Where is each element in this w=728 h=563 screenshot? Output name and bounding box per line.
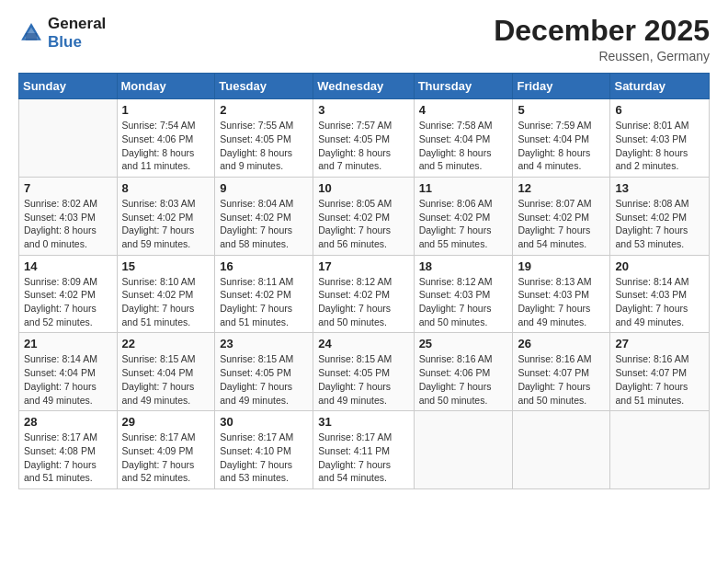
day-cell bbox=[19, 99, 118, 178]
day-cell: 18Sunrise: 8:12 AMSunset: 4:03 PMDayligh… bbox=[414, 255, 513, 333]
calendar-table: SundayMondayTuesdayWednesdayThursdayFrid… bbox=[18, 73, 710, 489]
day-info: Sunrise: 7:58 AMSunset: 4:04 PMDaylight:… bbox=[419, 119, 508, 173]
day-info: Sunrise: 8:13 AMSunset: 4:03 PMDaylight:… bbox=[518, 275, 605, 329]
day-number: 1 bbox=[122, 103, 210, 117]
day-info: Sunrise: 8:16 AMSunset: 4:07 PMDaylight:… bbox=[615, 352, 704, 407]
day-number: 6 bbox=[615, 103, 704, 117]
day-cell: 23Sunrise: 8:15 AMSunset: 4:05 PMDayligh… bbox=[215, 333, 313, 411]
weekday-header-friday: Friday bbox=[513, 74, 610, 99]
day-info: Sunrise: 8:15 AMSunset: 4:05 PMDaylight:… bbox=[220, 352, 308, 407]
location-subtitle: Reussen, Germany bbox=[494, 49, 710, 63]
day-info: Sunrise: 7:55 AMSunset: 4:05 PMDaylight:… bbox=[220, 119, 308, 173]
day-info: Sunrise: 8:16 AMSunset: 4:07 PMDaylight:… bbox=[518, 352, 605, 407]
day-number: 25 bbox=[419, 337, 508, 350]
day-number: 18 bbox=[419, 259, 508, 273]
day-cell: 22Sunrise: 8:15 AMSunset: 4:04 PMDayligh… bbox=[117, 333, 215, 411]
week-row-3: 14Sunrise: 8:09 AMSunset: 4:02 PMDayligh… bbox=[19, 255, 710, 333]
day-cell: 17Sunrise: 8:12 AMSunset: 4:02 PMDayligh… bbox=[313, 255, 414, 333]
day-cell: 16Sunrise: 8:11 AMSunset: 4:02 PMDayligh… bbox=[215, 255, 313, 333]
day-number: 12 bbox=[518, 181, 605, 195]
day-number: 20 bbox=[615, 259, 704, 273]
day-number: 22 bbox=[122, 337, 210, 350]
logo-text: General Blue bbox=[48, 15, 106, 51]
day-cell bbox=[610, 411, 710, 489]
day-cell: 19Sunrise: 8:13 AMSunset: 4:03 PMDayligh… bbox=[513, 255, 610, 333]
day-number: 2 bbox=[220, 103, 308, 117]
month-title: December 2025 bbox=[494, 15, 710, 47]
day-info: Sunrise: 8:16 AMSunset: 4:06 PMDaylight:… bbox=[419, 352, 508, 407]
day-info: Sunrise: 8:14 AMSunset: 4:03 PMDaylight:… bbox=[615, 275, 704, 329]
weekday-header-tuesday: Tuesday bbox=[215, 74, 313, 99]
day-cell: 3Sunrise: 7:57 AMSunset: 4:05 PMDaylight… bbox=[313, 99, 414, 178]
day-cell: 24Sunrise: 8:15 AMSunset: 4:05 PMDayligh… bbox=[313, 333, 414, 411]
weekday-header-row: SundayMondayTuesdayWednesdayThursdayFrid… bbox=[19, 74, 710, 99]
day-cell: 12Sunrise: 8:07 AMSunset: 4:02 PMDayligh… bbox=[513, 177, 610, 255]
day-cell bbox=[513, 411, 610, 489]
svg-rect-2 bbox=[26, 33, 37, 40]
week-row-1: 1Sunrise: 7:54 AMSunset: 4:06 PMDaylight… bbox=[19, 99, 710, 178]
day-number: 11 bbox=[419, 181, 508, 195]
day-number: 14 bbox=[24, 259, 112, 273]
day-info: Sunrise: 8:02 AMSunset: 4:03 PMDaylight:… bbox=[24, 197, 112, 251]
day-cell: 7Sunrise: 8:02 AMSunset: 4:03 PMDaylight… bbox=[19, 177, 118, 255]
day-number: 28 bbox=[24, 415, 112, 429]
day-number: 19 bbox=[518, 259, 605, 273]
day-number: 4 bbox=[419, 103, 508, 117]
day-number: 30 bbox=[220, 415, 308, 429]
day-cell: 5Sunrise: 7:59 AMSunset: 4:04 PMDaylight… bbox=[513, 99, 610, 178]
day-info: Sunrise: 8:09 AMSunset: 4:02 PMDaylight:… bbox=[24, 275, 112, 329]
day-info: Sunrise: 8:12 AMSunset: 4:02 PMDaylight:… bbox=[318, 275, 408, 329]
logo-icon bbox=[18, 20, 44, 46]
day-number: 26 bbox=[518, 337, 605, 350]
day-number: 9 bbox=[220, 181, 308, 195]
day-info: Sunrise: 7:59 AMSunset: 4:04 PMDaylight:… bbox=[518, 119, 605, 173]
day-cell: 9Sunrise: 8:04 AMSunset: 4:02 PMDaylight… bbox=[215, 177, 313, 255]
day-info: Sunrise: 8:11 AMSunset: 4:02 PMDaylight:… bbox=[220, 275, 308, 329]
day-info: Sunrise: 7:57 AMSunset: 4:05 PMDaylight:… bbox=[318, 119, 408, 173]
day-info: Sunrise: 8:05 AMSunset: 4:02 PMDaylight:… bbox=[318, 197, 408, 251]
day-cell: 10Sunrise: 8:05 AMSunset: 4:02 PMDayligh… bbox=[313, 177, 414, 255]
day-number: 7 bbox=[24, 181, 112, 195]
day-info: Sunrise: 8:06 AMSunset: 4:02 PMDaylight:… bbox=[419, 197, 508, 251]
day-cell: 29Sunrise: 8:17 AMSunset: 4:09 PMDayligh… bbox=[117, 411, 215, 489]
day-number: 17 bbox=[318, 259, 408, 273]
day-number: 10 bbox=[318, 181, 408, 195]
day-info: Sunrise: 8:17 AMSunset: 4:11 PMDaylight:… bbox=[318, 431, 408, 485]
day-cell: 26Sunrise: 8:16 AMSunset: 4:07 PMDayligh… bbox=[513, 333, 610, 411]
weekday-header-sunday: Sunday bbox=[19, 74, 118, 99]
page: General Blue December 2025 Reussen, Germ… bbox=[0, 0, 728, 563]
day-info: Sunrise: 8:17 AMSunset: 4:10 PMDaylight:… bbox=[220, 431, 308, 485]
day-info: Sunrise: 8:15 AMSunset: 4:05 PMDaylight:… bbox=[318, 352, 408, 407]
day-number: 3 bbox=[318, 103, 408, 117]
week-row-5: 28Sunrise: 8:17 AMSunset: 4:08 PMDayligh… bbox=[19, 411, 710, 489]
day-number: 13 bbox=[615, 181, 704, 195]
day-cell: 11Sunrise: 8:06 AMSunset: 4:02 PMDayligh… bbox=[414, 177, 513, 255]
day-info: Sunrise: 8:08 AMSunset: 4:02 PMDaylight:… bbox=[615, 197, 704, 251]
day-info: Sunrise: 8:17 AMSunset: 4:08 PMDaylight:… bbox=[24, 431, 112, 485]
day-cell: 6Sunrise: 8:01 AMSunset: 4:03 PMDaylight… bbox=[610, 99, 710, 178]
day-info: Sunrise: 8:04 AMSunset: 4:02 PMDaylight:… bbox=[220, 197, 308, 251]
day-cell: 13Sunrise: 8:08 AMSunset: 4:02 PMDayligh… bbox=[610, 177, 710, 255]
day-number: 23 bbox=[220, 337, 308, 350]
day-info: Sunrise: 8:10 AMSunset: 4:02 PMDaylight:… bbox=[122, 275, 210, 329]
day-cell: 25Sunrise: 8:16 AMSunset: 4:06 PMDayligh… bbox=[414, 333, 513, 411]
week-row-4: 21Sunrise: 8:14 AMSunset: 4:04 PMDayligh… bbox=[19, 333, 710, 411]
day-info: Sunrise: 8:03 AMSunset: 4:02 PMDaylight:… bbox=[122, 197, 210, 251]
day-cell: 14Sunrise: 8:09 AMSunset: 4:02 PMDayligh… bbox=[19, 255, 118, 333]
day-info: Sunrise: 8:07 AMSunset: 4:02 PMDaylight:… bbox=[518, 197, 605, 251]
day-number: 8 bbox=[122, 181, 210, 195]
day-cell bbox=[414, 411, 513, 489]
day-number: 24 bbox=[318, 337, 408, 350]
day-number: 31 bbox=[318, 415, 408, 429]
day-cell: 20Sunrise: 8:14 AMSunset: 4:03 PMDayligh… bbox=[610, 255, 710, 333]
day-cell: 1Sunrise: 7:54 AMSunset: 4:06 PMDaylight… bbox=[117, 99, 215, 178]
day-cell: 15Sunrise: 8:10 AMSunset: 4:02 PMDayligh… bbox=[117, 255, 215, 333]
header: General Blue December 2025 Reussen, Germ… bbox=[18, 15, 710, 63]
day-info: Sunrise: 8:12 AMSunset: 4:03 PMDaylight:… bbox=[419, 275, 508, 329]
day-info: Sunrise: 7:54 AMSunset: 4:06 PMDaylight:… bbox=[122, 119, 210, 173]
day-cell: 28Sunrise: 8:17 AMSunset: 4:08 PMDayligh… bbox=[19, 411, 118, 489]
day-cell: 31Sunrise: 8:17 AMSunset: 4:11 PMDayligh… bbox=[313, 411, 414, 489]
day-number: 15 bbox=[122, 259, 210, 273]
day-info: Sunrise: 8:15 AMSunset: 4:04 PMDaylight:… bbox=[122, 352, 210, 407]
week-row-2: 7Sunrise: 8:02 AMSunset: 4:03 PMDaylight… bbox=[19, 177, 710, 255]
